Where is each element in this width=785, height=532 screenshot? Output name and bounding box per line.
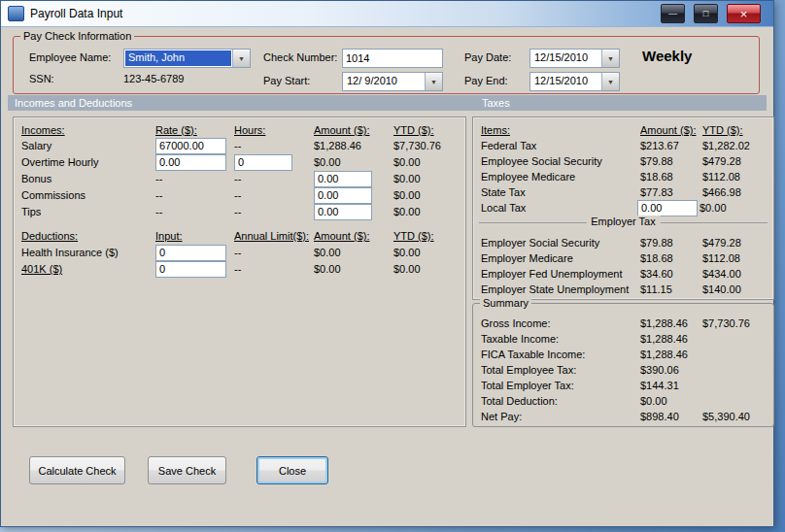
summary-group: Summary Gross Income: $1,288.46 $7,730.7… (472, 303, 774, 427)
tax-row-local: Local Tax $0.00 (481, 199, 771, 216)
commissions-amount-input[interactable] (314, 187, 372, 204)
window-title: Payroll Data Input (30, 7, 122, 20)
dropdown-arrow-icon[interactable]: ▼ (232, 50, 250, 67)
close-dialog-button[interactable]: Close (256, 456, 328, 484)
maximize-icon: □ (703, 10, 708, 18)
tax-ytd: $112.08 (702, 171, 771, 183)
close-button[interactable]: × (727, 4, 761, 23)
incomes-deductions-section-title: Incomes and Deductions (15, 97, 132, 109)
pay-date-label: Pay Date: (464, 51, 511, 63)
rate-header: Rate ($): (155, 124, 234, 136)
hours-header: Hours: (234, 124, 314, 136)
income-row-tips: Tips -- -- $0.00 (21, 203, 463, 220)
ytd-header: YTD ($): (393, 230, 463, 242)
tax-label: Employer Medicare (481, 252, 640, 264)
maximize-button[interactable]: □ (694, 4, 718, 23)
calculate-check-button[interactable]: Calculate Check (29, 456, 125, 484)
window-controls: — □ × (661, 4, 761, 23)
paycheck-info-group-label: Pay Check Information (20, 30, 134, 43)
local-tax-input[interactable] (637, 200, 698, 216)
summary-amount: $0.00 (640, 395, 702, 407)
income-rate: -- (155, 189, 234, 201)
income-label: Commissions (21, 189, 155, 201)
tax-amount: $18.68 (640, 171, 702, 183)
summary-label: Total Deduction: (481, 395, 640, 407)
dropdown-arrow-icon[interactable]: ▼ (601, 73, 619, 90)
ssn-label: SSN: (29, 73, 54, 84)
summary-label: Taxable Income: (481, 333, 640, 345)
tax-label: Employer Social Security (481, 237, 640, 249)
tax-amount: $18.68 (640, 252, 702, 264)
income-row-salary: Salary -- $1,288.46 $7,730.76 (21, 137, 463, 154)
deduction-401k-link[interactable]: 401K ($) (21, 263, 155, 275)
minimize-button[interactable]: — (661, 4, 685, 23)
pay-date-select[interactable]: 12/15/2010 ▼ (529, 49, 620, 68)
deduction-annual-limit: -- (234, 263, 314, 275)
summary-label: Total Employer Tax: (481, 380, 640, 391)
items-header: Items: (481, 124, 640, 136)
save-check-button[interactable]: Save Check (148, 456, 226, 484)
overtime-hours-input[interactable] (234, 154, 292, 171)
pay-end-value: 12/15/2010 (530, 73, 601, 90)
employee-name-label: Employee Name: (29, 51, 111, 63)
summary-group-label: Summary (480, 297, 531, 310)
tax-row-employer-state-unemployment: Employer State Unemployment $11.15 $140.… (481, 281, 771, 298)
amount-header: Amount ($): (640, 124, 702, 136)
tax-label: Local Tax (481, 202, 640, 214)
pay-start-value: 12/ 9/2010 (343, 73, 425, 90)
bonus-amount-input[interactable] (314, 171, 372, 187)
summary-label: Net Pay: (481, 411, 640, 422)
income-ytd: $0.00 (393, 156, 463, 168)
income-label: Bonus (21, 173, 155, 184)
employee-name-select[interactable]: Smith, John ▼ (123, 49, 251, 68)
income-row-bonus: Bonus -- -- $0.00 (21, 170, 463, 187)
deduction-ytd: $0.00 (393, 263, 463, 275)
ssn-value: 123-45-6789 (123, 73, 184, 84)
client-area: Pay Check Information Employee Name: Smi… (1, 27, 773, 526)
health-insurance-input[interactable] (155, 245, 226, 261)
taxes-panel: Items: Amount ($): YTD ($): Federal Tax … (472, 116, 774, 300)
amount-header: Amount ($): (314, 124, 393, 136)
tax-ytd: $0.00 (700, 202, 771, 214)
deductions-header-row: Deductions: Input: Annual Limit($): Amou… (21, 227, 463, 245)
pay-date-value: 12/15/2010 (530, 50, 601, 67)
401k-input[interactable] (155, 261, 226, 278)
deduction-row-401k: 401K ($) -- $0.00 $0.00 (21, 260, 463, 278)
income-ytd: $0.00 (393, 206, 463, 217)
deduction-amount: $0.00 (314, 247, 393, 258)
salary-rate-input[interactable] (155, 138, 226, 154)
tips-amount-input[interactable] (314, 204, 372, 220)
dropdown-arrow-icon[interactable]: ▼ (601, 50, 619, 67)
overtime-rate-input[interactable] (155, 154, 226, 171)
tax-amount: $11.15 (640, 283, 702, 295)
summary-amount: $1,288.46 (640, 317, 702, 329)
close-icon: × (740, 8, 748, 20)
tax-ytd: $479.28 (702, 155, 771, 167)
annual-limit-header: Annual Limit($): (234, 230, 314, 242)
summary-label: FICA Taxable Income: (481, 349, 640, 360)
summary-amount: $390.06 (640, 364, 702, 376)
tax-label: Employer Fed Unemployment (481, 268, 640, 280)
tax-ytd: $466.98 (702, 186, 771, 198)
ytd-header: YTD ($): (393, 124, 463, 136)
deduction-amount: $0.00 (314, 263, 393, 275)
titlebar[interactable]: Payroll Data Input — □ × (1, 1, 773, 27)
incomes-header: Incomes: (21, 124, 155, 136)
ytd-header: YTD ($): (702, 124, 771, 136)
income-label: Tips (21, 206, 155, 217)
dropdown-arrow-icon[interactable]: ▼ (425, 73, 442, 90)
income-hours: -- (234, 140, 314, 151)
summary-row-net-pay: Net Pay: $898.40 $5,390.40 (481, 408, 771, 425)
check-number-input[interactable] (342, 49, 443, 68)
tax-label: Employer State Unemployment (481, 283, 640, 295)
tax-ytd: $479.28 (702, 237, 771, 249)
tax-amount: $213.67 (640, 140, 702, 151)
pay-end-select[interactable]: 12/15/2010 ▼ (529, 72, 620, 91)
tax-ytd: $140.00 (702, 283, 771, 295)
tax-amount: $79.88 (640, 237, 702, 249)
tax-ytd: $1,282.02 (702, 140, 771, 151)
deduction-annual-limit: -- (234, 247, 314, 258)
summary-label: Gross Income: (481, 317, 640, 329)
input-header: Input: (155, 230, 234, 242)
pay-start-select[interactable]: 12/ 9/2010 ▼ (342, 72, 443, 91)
